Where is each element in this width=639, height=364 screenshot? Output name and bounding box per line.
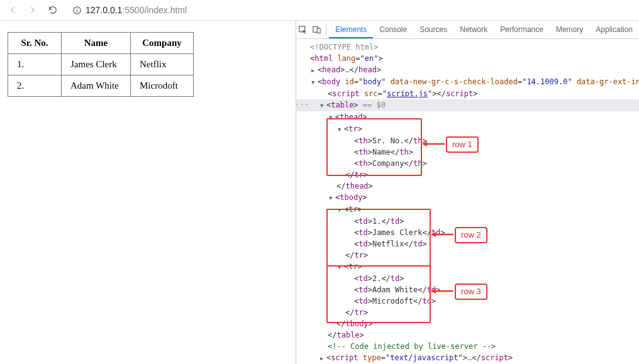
table-row: 2. Adam White Microdoft xyxy=(8,75,194,97)
tab-console[interactable]: Console xyxy=(373,21,413,38)
tab-performance[interactable]: Performance xyxy=(494,21,550,38)
dom-head[interactable]: ▶<head>…</head> xyxy=(296,64,639,76)
dom-script-inline[interactable]: ▶<script type="text/javascript">…</scrip… xyxy=(296,352,639,364)
dom-tree[interactable]: <!DOCTYPE html> <html lang="en"> ▶<head>… xyxy=(296,39,639,364)
page-content: Sr. No. Name Company 1. James Clerk Netf… xyxy=(0,21,296,364)
tab-elements[interactable]: Elements xyxy=(329,21,373,38)
dom-html-open[interactable]: <html lang="en"> xyxy=(296,53,639,64)
dom-tr-open[interactable]: ▼<tr> xyxy=(296,261,639,273)
user-table: Sr. No. Name Company 1. James Clerk Netf… xyxy=(8,32,194,97)
forward-button[interactable] xyxy=(25,3,40,18)
annotation-label-row1: row 1 xyxy=(446,136,479,153)
table-cell: Microdoft xyxy=(131,75,194,97)
url-bar[interactable]: 127.0.0.1:5500/index.html xyxy=(65,3,634,18)
device-toggle-icon[interactable] xyxy=(310,21,324,38)
table-header-cell: Name xyxy=(62,33,131,54)
browser-toolbar: 127.0.0.1:5500/index.html xyxy=(0,0,639,21)
table-cell: James Clerk xyxy=(62,54,131,75)
dom-thead-close[interactable]: </thead> xyxy=(296,180,639,192)
dom-comment[interactable]: <!-- Code injected by live-server --> xyxy=(296,341,639,352)
table-cell: 1. xyxy=(8,54,62,75)
devtools-panel: Elements Console Sources Network Perform… xyxy=(296,21,639,364)
annotation-label-row2: row 2 xyxy=(455,227,487,243)
devtools-tabs: Elements Console Sources Network Perform… xyxy=(296,21,639,39)
table-cell: Adam White xyxy=(62,75,131,97)
dom-script-src[interactable]: <script src="script.js"></script> xyxy=(296,88,639,99)
annotation-label-row3: row 3 xyxy=(455,284,487,300)
dom-thead-open[interactable]: ▼<thead> xyxy=(296,111,639,123)
url-host: 127.0.0.1 xyxy=(86,5,122,15)
dom-tbody-open[interactable]: ▼<tbody> xyxy=(296,192,639,204)
svg-rect-5 xyxy=(317,28,320,33)
tab-memory[interactable]: Memory xyxy=(550,21,589,38)
dom-body-open[interactable]: ▼<body id="body" data-new-gr-c-s-check-l… xyxy=(296,76,639,88)
table-cell: Netflix xyxy=(131,54,194,75)
tab-application[interactable]: Application xyxy=(589,21,639,38)
dom-tbody-close[interactable]: </tbody> xyxy=(296,318,639,329)
dom-th[interactable]: <th>Company</th> xyxy=(296,158,639,169)
back-button[interactable] xyxy=(5,3,20,18)
dom-tr-close[interactable]: </tr> xyxy=(296,307,639,318)
dom-tr-close[interactable]: </tr> xyxy=(296,250,639,261)
dom-td[interactable]: <td>1.</td> xyxy=(296,216,639,227)
info-icon xyxy=(72,5,82,15)
dom-tr-close[interactable]: </tr> xyxy=(296,169,639,180)
tab-sources[interactable]: Sources xyxy=(413,21,453,38)
dom-tr-open[interactable]: ▼<tr> xyxy=(296,123,639,135)
dom-table-open[interactable]: ▼<table> == $0 xyxy=(296,99,639,111)
svg-point-2 xyxy=(76,8,77,9)
inspect-icon[interactable] xyxy=(296,21,310,38)
dom-tr-open[interactable]: ▼<tr> xyxy=(296,204,639,216)
dom-doctype[interactable]: <!DOCTYPE html> xyxy=(296,41,639,53)
dom-td[interactable]: <td>2.</td> xyxy=(296,273,639,284)
tab-network[interactable]: Network xyxy=(453,21,494,38)
dom-table-close[interactable]: </table> xyxy=(296,329,639,341)
table-header-cell: Company xyxy=(131,33,194,54)
table-row: 1. James Clerk Netflix xyxy=(8,54,194,75)
url-path: /index.html xyxy=(144,5,187,15)
reload-button[interactable] xyxy=(45,3,60,18)
table-header-cell: Sr. No. xyxy=(8,33,62,54)
url-text: 127.0.0.1:5500/index.html xyxy=(86,5,187,15)
table-header-row: Sr. No. Name Company xyxy=(8,33,194,54)
divider xyxy=(326,24,326,35)
url-port: :5500 xyxy=(122,5,144,15)
table-cell: 2. xyxy=(8,75,62,97)
